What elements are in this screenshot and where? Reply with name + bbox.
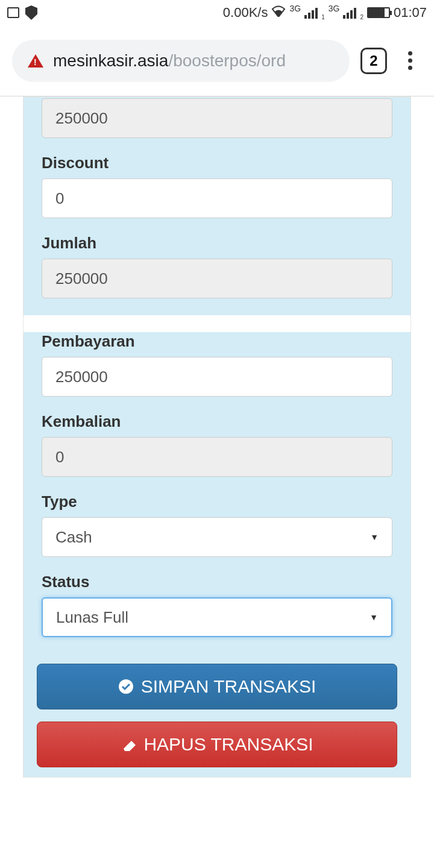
pembayaran-label: Pembayaran <box>42 332 392 351</box>
tab-count-value: 2 <box>370 52 377 69</box>
battery-icon <box>367 7 390 18</box>
jumlah-label: Jumlah <box>42 234 392 253</box>
status-group: Status Lunas Full ▼ <box>42 573 392 637</box>
signal-icon-2 <box>343 7 356 19</box>
insecure-warning-icon <box>28 54 43 68</box>
status-label: Status <box>42 573 392 591</box>
kembalian-group: Kembalian 0 <box>42 412 392 477</box>
jumlah-group: Jumlah 250000 <box>42 234 392 298</box>
shield-icon <box>25 5 37 20</box>
discount-input[interactable] <box>42 178 392 218</box>
pembayaran-group: Pembayaran <box>42 332 392 397</box>
sim2-label: 3G <box>329 4 340 13</box>
type-select[interactable]: Cash ▼ <box>42 517 392 557</box>
eraser-icon <box>121 737 136 752</box>
status-select[interactable]: Lunas Full ▼ <box>42 597 392 637</box>
kembalian-field: 0 <box>42 437 392 477</box>
type-label: Type <box>42 492 392 511</box>
page-content: 250000 Discount Jumlah 250000 Pembayaran… <box>0 96 434 778</box>
pembayaran-input[interactable] <box>42 357 392 397</box>
discount-label: Discount <box>42 154 392 172</box>
kembalian-label: Kembalian <box>42 412 392 431</box>
form-container: 250000 Discount Jumlah 250000 Pembayaran… <box>23 96 411 778</box>
check-circle-icon <box>118 679 134 694</box>
signal-icon-1 <box>304 7 318 19</box>
save-button-label: SIMPAN TRANSAKSI <box>141 676 316 697</box>
sim1-label: 3G <box>289 4 301 13</box>
url-path: /boosterpos/ord <box>168 51 286 70</box>
panel-payment: Pembayaran Kembalian 0 Type Cash ▼ Statu… <box>24 332 410 654</box>
chevron-down-icon: ▼ <box>370 532 379 542</box>
jumlah-field: 250000 <box>42 259 392 298</box>
browser-menu-button[interactable] <box>398 51 422 70</box>
chevron-down-icon: ▼ <box>370 612 378 622</box>
action-area: SIMPAN TRANSAKSI HAPUS TRANSAKSI <box>24 654 410 777</box>
url-domain: mesinkasir.asia <box>53 51 168 70</box>
status-left <box>7 5 37 20</box>
clock: 01:07 <box>394 5 427 20</box>
save-transaction-button[interactable]: SIMPAN TRANSAKSI <box>37 664 397 709</box>
delete-transaction-button[interactable]: HAPUS TRANSAKSI <box>37 722 397 767</box>
discount-group: Discount <box>42 154 392 218</box>
subtotal-field: 250000 <box>42 98 392 138</box>
tab-switcher[interactable]: 2 <box>360 48 387 74</box>
url-bar[interactable]: mesinkasir.asia/boosterpos/ord <box>12 40 350 82</box>
type-group: Type Cash ▼ <box>42 492 392 557</box>
delete-button-label: HAPUS TRANSAKSI <box>143 734 313 755</box>
image-icon <box>7 7 19 18</box>
url-text: mesinkasir.asia/boosterpos/ord <box>53 51 286 71</box>
network-speed: 0.00K/s <box>223 5 268 20</box>
browser-toolbar: mesinkasir.asia/boosterpos/ord 2 <box>0 25 434 96</box>
android-status-bar: 0.00K/s 3G 1 3G 2 01:07 <box>0 0 434 25</box>
wifi-icon <box>271 5 286 20</box>
status-right: 0.00K/s 3G 1 3G 2 01:07 <box>223 5 427 20</box>
panel-totals: 250000 Discount Jumlah 250000 <box>24 97 410 315</box>
